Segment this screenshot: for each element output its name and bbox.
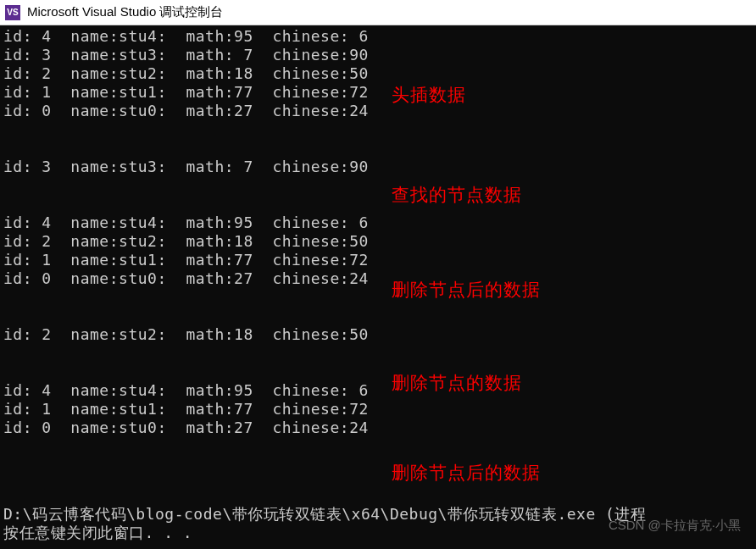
annotation-label: 删除节点的数据 bbox=[392, 371, 522, 395]
output-row: id: 2 name:stu2: math:18 chinese:50 bbox=[3, 232, 753, 251]
output-row: id: 3 name:stu3: math: 7 chinese:90 bbox=[3, 46, 753, 64]
output-row: id: 1 name:stu1: math:77 chinese:72 bbox=[3, 251, 753, 269]
blank-line bbox=[3, 288, 753, 307]
blank-line bbox=[3, 195, 753, 214]
output-row: id: 1 name:stu1: math:77 chinese:72 bbox=[3, 83, 753, 102]
output-row: id: 3 name:stu3: math: 7 chinese:90 bbox=[3, 158, 753, 176]
blank-line bbox=[3, 344, 753, 363]
output-row: id: 0 name:stu0: math:27 chinese:24 bbox=[3, 102, 753, 120]
output-row: id: 2 name:stu2: math:18 chinese:50 bbox=[3, 64, 753, 83]
output-row: id: 4 name:stu4: math:95 chinese: 6 bbox=[3, 381, 753, 400]
blank-line bbox=[3, 120, 753, 139]
window-titlebar: VS Microsoft Visual Studio 调试控制台 bbox=[0, 0, 756, 25]
output-row: id: 4 name:stu4: math:95 chinese: 6 bbox=[3, 27, 753, 46]
output-row: id: 0 name:stu0: math:27 chinese:24 bbox=[3, 419, 753, 437]
vs-icon-label: VS bbox=[7, 8, 18, 17]
vs-icon: VS bbox=[5, 5, 20, 20]
blank-line bbox=[3, 307, 753, 325]
annotation-label: 查找的节点数据 bbox=[392, 183, 522, 207]
output-row: id: 1 name:stu1: math:77 chinese:72 bbox=[3, 400, 753, 419]
output-row: id: 0 name:stu0: math:27 chinese:24 bbox=[3, 269, 753, 288]
blank-line bbox=[3, 176, 753, 195]
console-output: id: 4 name:stu4: math:95 chinese: 6id: 3… bbox=[0, 25, 756, 439]
annotation-label: 删除节点后的数据 bbox=[392, 278, 541, 302]
annotation-label: 头插数据 bbox=[392, 83, 466, 107]
watermark: CSDN @卡拉肯克·小黑 bbox=[609, 518, 741, 534]
blank-line bbox=[3, 363, 753, 381]
output-row: id: 4 name:stu4: math:95 chinese: 6 bbox=[3, 214, 753, 232]
annotation-label: 删除节点后的数据 bbox=[392, 461, 541, 485]
window-title: Microsoft Visual Studio 调试控制台 bbox=[27, 4, 223, 20]
output-row: id: 2 name:stu2: math:18 chinese:50 bbox=[3, 325, 753, 344]
blank-line bbox=[3, 139, 753, 158]
